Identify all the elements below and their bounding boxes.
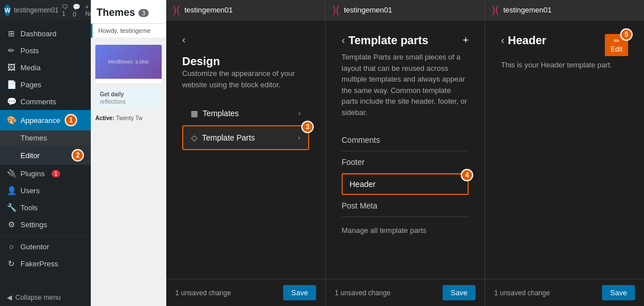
sidebar-label-media: Media [20, 63, 40, 72]
themes-title-row: Themes 3 [96, 7, 161, 19]
themes-count: 3 [138, 9, 149, 17]
theme-card-thumb-1: Mindblown: a bloc [95, 45, 162, 79]
sidebar-item-settings[interactable]: ⚙ Settings [0, 216, 91, 233]
active-theme-name: Twenty Tw [116, 115, 142, 121]
themes-panel: Themes 3 Howdy, testingeme Mindblown: a … [91, 0, 166, 306]
header-unsaved-text: 1 unsaved change [494, 289, 550, 297]
sidebar-item-plugins[interactable]: 🔌 Plugins 1 [0, 165, 91, 182]
template-parts-right: › 3 [298, 134, 300, 142]
collapse-label: Collapse menu [15, 294, 61, 301]
reflections-card: Get daily reflections [95, 87, 162, 109]
step-badge-3: 3 [301, 121, 314, 133]
themes-header: Themes 3 [91, 0, 166, 24]
design-panel-desc: Customize the appearance of your website… [182, 68, 309, 90]
howdy-text: Howdy, testingeme [98, 27, 151, 34]
templates-item-left: ▦ Templates [191, 109, 239, 118]
sidebar-item-comments[interactable]: 💬 Comments [0, 93, 91, 110]
template-parts-item-left: ◇ Template Parts [191, 133, 255, 142]
templates-icon: ▦ [191, 109, 198, 118]
sidebar-item-tools[interactable]: 🔧 Tools [0, 199, 91, 216]
collapse-arrow-icon: ◀ [7, 294, 12, 301]
appearance-icon: 🎨 [7, 116, 16, 125]
posts-icon: ✏ [7, 46, 16, 55]
editor-label: Editor [20, 151, 40, 160]
tp-footer-label: Footer [342, 158, 364, 167]
sidebar-label-dashboard: Dashboard [20, 29, 57, 38]
design-templates-item[interactable]: ▦ Templates › [182, 101, 309, 125]
editor-logo-1: )( [173, 4, 180, 16]
users-icon: 👤 [7, 186, 16, 195]
theme-card-1[interactable]: Mindblown: a bloc [95, 45, 162, 83]
tools-icon: 🔧 [7, 203, 16, 212]
header-panel-site-name: testingemen01 [503, 6, 552, 14]
gutentor-label: Gutentor [20, 243, 49, 251]
header-save-button[interactable]: Save [602, 285, 635, 300]
header-panel-topbar: )( testingemen01 [485, 0, 644, 20]
tp-unsaved-text: 1 unsaved change [335, 289, 390, 297]
media-icon: 🖼 [7, 63, 16, 72]
tp-list-item-comments[interactable]: Comments [342, 129, 469, 151]
design-topbar: )( testingemen01 [166, 0, 325, 20]
design-save-button[interactable]: Save [283, 285, 316, 300]
header-back-arrow-icon[interactable]: ‹ [501, 35, 504, 46]
sidebar-item-appearance[interactable]: 🎨 Appearance 1 [0, 110, 91, 130]
sidebar-item-media[interactable]: 🖼 Media [0, 59, 91, 76]
tp-comments-label: Comments [342, 135, 380, 144]
sidebar-menu: ⊞ Dashboard ✏ Posts 🖼 Media 📄 Pages 💬 Co… [0, 20, 91, 289]
theme-card-info-1 [95, 79, 162, 83]
howdy-bar: Howdy, testingeme [91, 24, 166, 38]
sidebar-label-users: Users [20, 186, 40, 195]
add-template-part-icon[interactable]: + [462, 35, 469, 46]
sidebar-item-fakerpress[interactable]: ↻ FakerPress [0, 255, 91, 272]
sidebar-item-posts[interactable]: ✏ Posts [0, 42, 91, 59]
header-panel: )( testingemen01 ‹ Header 5 ✏ Edit This … [485, 0, 644, 306]
tp-save-button[interactable]: Save [443, 285, 475, 300]
sidebar-submenu: Themes Editor 2 [0, 130, 91, 165]
sidebar-label-posts: Posts [20, 46, 39, 55]
template-parts-panel-title: Template parts [348, 34, 428, 47]
design-template-parts-item[interactable]: ◇ Template Parts › 3 [182, 125, 309, 150]
collapse-menu-button[interactable]: ◀ Collapse menu [0, 289, 91, 306]
editor-logo-2: )( [332, 4, 339, 16]
template-parts-panel-footer: 1 unsaved change Save [326, 279, 485, 306]
design-content: ‹ Design Customize the appearance of you… [166, 20, 325, 279]
comment-count: 🗨 1 [62, 3, 68, 18]
header-panel-title: Header [508, 34, 546, 47]
step-badge-2: 2 [71, 149, 84, 162]
sidebar-label-appearance: Appearance [20, 116, 60, 125]
sidebar-label-tools: Tools [20, 203, 37, 212]
fakerpress-icon: ↻ [7, 259, 16, 268]
template-parts-content: ‹ Template parts + Template Parts are sm… [326, 20, 485, 279]
tp-list-item-footer[interactable]: Footer [342, 151, 469, 173]
plugins-icon: 🔌 [7, 169, 16, 178]
tp-list-item-post-meta[interactable]: Post Meta [342, 195, 469, 217]
sidebar-label-comments: Comments [20, 97, 56, 106]
template-parts-panel: )( testingemen01 ‹ Template parts + Temp… [326, 0, 485, 306]
step-badge-1: 1 [65, 114, 77, 126]
notif-count: 💬 0 [73, 3, 81, 18]
tp-list-item-header[interactable]: Header 4 [342, 173, 469, 195]
themes-title: Themes [96, 7, 135, 19]
gutentor-icon: ○ [7, 242, 16, 251]
manage-template-parts-link[interactable]: Manage all template parts [342, 226, 469, 235]
sidebar-item-editor[interactable]: Editor 2 [0, 146, 91, 165]
reflections-inner: Get daily reflections [95, 87, 162, 109]
sidebar-item-themes[interactable]: Themes [0, 130, 91, 146]
design-back-arrow-icon: ‹ [182, 34, 186, 46]
sidebar-item-gutentor[interactable]: ○ Gutentor [0, 238, 91, 255]
header-title-left: ‹ Header [501, 34, 546, 47]
header-panel-footer: 1 unsaved change Save [485, 279, 644, 306]
design-back-button[interactable]: ‹ [182, 34, 309, 46]
design-panel: )( testingemen01 ‹ Design Customize the … [166, 0, 326, 306]
sidebar-item-dashboard[interactable]: ⊞ Dashboard [0, 25, 91, 42]
sidebar-divider [0, 235, 91, 236]
admin-bar: W testingemen01 🗨 1 💬 0 + New [0, 0, 91, 20]
tp-back-arrow-icon[interactable]: ‹ [342, 35, 345, 46]
comments-icon: 💬 [7, 97, 16, 106]
sidebar-item-pages[interactable]: 📄 Pages [0, 76, 91, 93]
wp-sidebar: W testingemen01 🗨 1 💬 0 + New ⊞ Dashboar… [0, 0, 91, 306]
header-panel-content: ‹ Header 5 ✏ Edit This is your Header te… [485, 20, 644, 279]
reflections-sub: reflections [100, 99, 157, 105]
sidebar-item-users[interactable]: 👤 Users [0, 182, 91, 199]
pages-icon: 📄 [7, 80, 16, 89]
